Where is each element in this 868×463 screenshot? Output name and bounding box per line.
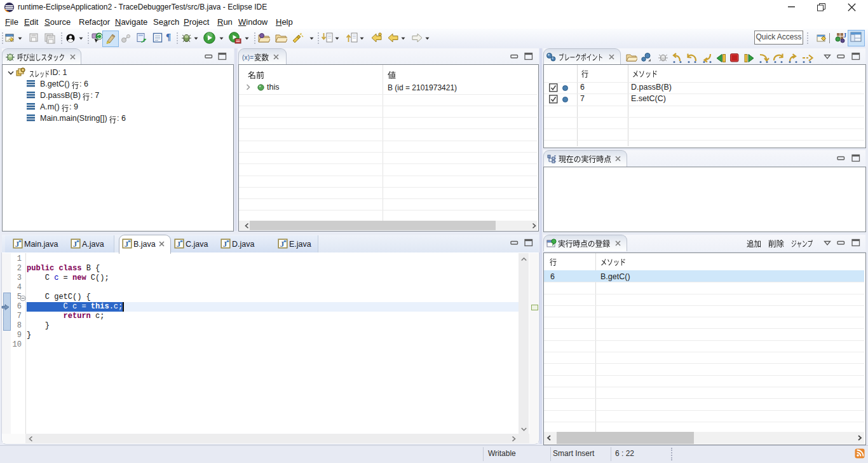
svg-text:J: J: [15, 239, 20, 249]
svg-text:J: J: [177, 239, 181, 249]
svg-text:J: J: [125, 239, 129, 249]
svg-text:J: J: [73, 239, 78, 249]
svg-text:J: J: [280, 239, 285, 249]
svg-text:J: J: [843, 32, 846, 39]
svg-text:J: J: [223, 239, 227, 249]
